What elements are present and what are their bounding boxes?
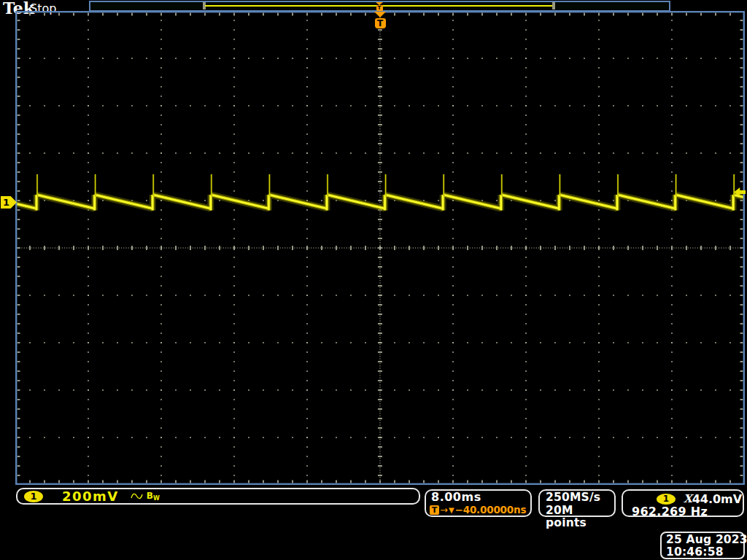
record-view-bar: T bbox=[89, 1, 670, 12]
trigger-frequency: 962.269 Hz bbox=[632, 505, 743, 518]
channel1-scale: 200mV bbox=[62, 489, 119, 504]
trigger-position-value: −40.00000ns bbox=[455, 504, 527, 516]
time-value: 10:46:58 bbox=[666, 546, 743, 559]
ac-coupling-icon bbox=[131, 491, 143, 501]
channel1-readout: 1 200mV BW bbox=[16, 488, 420, 505]
trigger-source-badge: 1 bbox=[657, 494, 676, 505]
bandwidth-limit-icon: BW bbox=[147, 491, 160, 502]
acquisition-readout: 250MS/s 20M points bbox=[538, 489, 616, 517]
trigger-level-value: 44.0mV bbox=[692, 492, 743, 506]
timebase-scale: 8.00ms bbox=[431, 491, 530, 504]
trigger-readout: 1 X 44.0mV 962.269 Hz bbox=[622, 489, 744, 517]
record-length: 20M points bbox=[546, 505, 614, 530]
trigger-t-icon: T bbox=[376, 5, 383, 11]
channel1-badge: 1 bbox=[24, 491, 43, 502]
trigger-t-icon: T bbox=[375, 18, 386, 28]
oscilloscope-screen: Tek Stop T T 1 1 200mV BW 8.00ms T → ▼ −… bbox=[0, 0, 747, 560]
timebase-readout: 8.00ms T → ▼ −40.00000ns bbox=[425, 489, 532, 517]
channel1-position-marker: 1 bbox=[1, 196, 17, 209]
trigger-t-icon: T bbox=[430, 505, 439, 515]
window-right-bracket-icon bbox=[552, 2, 555, 9]
trigger-type-symbol: X bbox=[684, 494, 692, 505]
date-value: 25 Aug 2023 bbox=[666, 534, 743, 546]
triangle-down-icon bbox=[374, 12, 386, 18]
arrow-right-icon: → bbox=[440, 505, 448, 515]
graticule bbox=[15, 11, 745, 485]
datetime-readout: 25 Aug 2023 10:46:58 bbox=[660, 532, 745, 559]
trigger-position-readout: T → ▼ −40.00000ns bbox=[430, 504, 530, 516]
triangle-down-icon: ▼ bbox=[449, 505, 454, 515]
sample-rate: 250MS/s bbox=[546, 491, 614, 505]
trigger-position-marker: T bbox=[374, 12, 386, 28]
trigger-position-mini-marker: T bbox=[376, 2, 383, 11]
